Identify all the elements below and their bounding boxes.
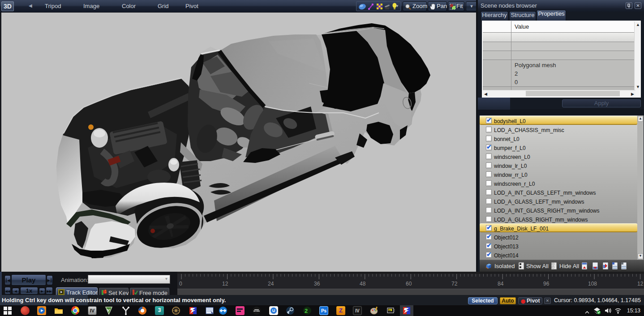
svg-text:24: 24 xyxy=(268,281,274,287)
svg-text:108: 108 xyxy=(588,281,597,287)
svg-text:0: 0 xyxy=(179,281,182,287)
svg-text:99: 99 xyxy=(388,309,391,312)
svg-text:V: V xyxy=(107,308,110,312)
svg-text:60: 60 xyxy=(406,281,412,287)
svg-text:84: 84 xyxy=(498,281,504,287)
svg-text:12: 12 xyxy=(637,281,644,287)
svg-text:36: 36 xyxy=(314,281,320,287)
svg-text:12: 12 xyxy=(222,281,228,287)
svg-text:72: 72 xyxy=(451,281,458,287)
svg-text:96: 96 xyxy=(543,281,550,287)
svg-text:48: 48 xyxy=(360,281,366,287)
svg-text:2: 2 xyxy=(305,307,308,314)
